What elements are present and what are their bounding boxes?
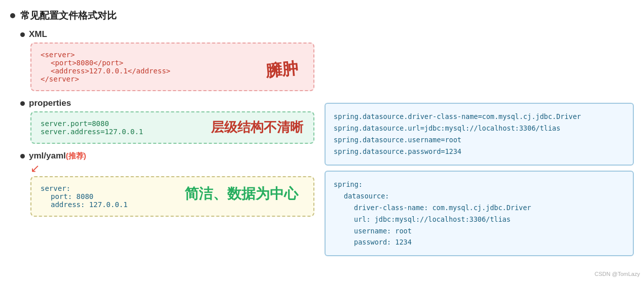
right-yaml-line-4: url: jdbc:mysql://localhost:3306/tlias — [334, 214, 625, 225]
props-title-row: properties — [20, 98, 314, 108]
right-yaml-line-1: spring: — [334, 179, 625, 190]
xml-bullet — [20, 32, 25, 37]
right-yaml-line-3: driver-class-name: com.mysql.cj.jdbc.Dri… — [334, 202, 625, 214]
right-props-line-3: spring.datasource.username=root — [334, 134, 625, 146]
props-label: properties — [29, 98, 71, 108]
xml-annotation: 臃肿 — [265, 57, 299, 82]
yaml-section: yml/yaml(推荐) ↙ server: port: 8080 addres… — [20, 151, 314, 217]
left-panel: 常见配置文件格式对比 XML <server> <port>8080</port… — [10, 9, 314, 256]
xml-line-3: <address>127.0.0.1</address> — [41, 67, 304, 75]
xml-line-1: <server> — [41, 51, 304, 59]
right-props-line-1: spring.datasource.driver-class-name=com.… — [334, 111, 625, 123]
yaml-recommended: (推荐) — [66, 151, 86, 160]
right-yaml-line-2: datasource: — [334, 190, 625, 202]
yaml-arrow: ↙ — [30, 162, 314, 175]
xml-label: XML — [29, 29, 47, 39]
props-bullet — [20, 101, 25, 106]
props-annotation: 层级结构不清晰 — [211, 118, 303, 136]
xml-title-row: XML — [20, 29, 314, 39]
yaml-annotation: 简洁、数据为中心 — [185, 184, 298, 204]
right-yaml-line-5: username: root — [334, 225, 625, 237]
properties-section: properties server.port=8080 server.addre… — [20, 98, 314, 144]
xml-section: XML <server> <port>8080</port> <address>… — [20, 29, 314, 91]
main-bullet — [10, 13, 15, 18]
yaml-title-row: yml/yaml(推荐) — [20, 151, 314, 161]
yaml-label: yml/yaml(推荐) — [29, 151, 86, 161]
main-title-row: 常见配置文件格式对比 — [10, 9, 314, 22]
yaml-bullet — [20, 154, 25, 158]
right-props-line-4: spring.datasource.password=1234 — [334, 146, 625, 157]
main-title: 常见配置文件格式对比 — [20, 9, 117, 22]
right-props-box: spring.datasource.driver-class-name=com.… — [325, 103, 634, 166]
main-container: 常见配置文件格式对比 XML <server> <port>8080</port… — [0, 0, 644, 261]
right-panel: spring.datasource.driver-class-name=com.… — [325, 103, 634, 256]
yaml-code-box: server: port: 8080 address: 127.0.0.1 简洁… — [30, 176, 314, 217]
right-props-line-2: spring.datasource.url=jdbc:mysql://local… — [334, 123, 625, 134]
props-code-box: server.port=8080 server.address=127.0.0.… — [30, 111, 314, 144]
right-yaml-box: spring: datasource: driver-class-name: c… — [325, 171, 634, 257]
xml-line-4: </server> — [41, 75, 304, 83]
csdn-watermark: CSDN @TomLazy — [595, 271, 640, 277]
xml-code-box: <server> <port>8080</port> <address>127.… — [30, 43, 314, 91]
right-yaml-line-6: password: 1234 — [334, 236, 625, 248]
